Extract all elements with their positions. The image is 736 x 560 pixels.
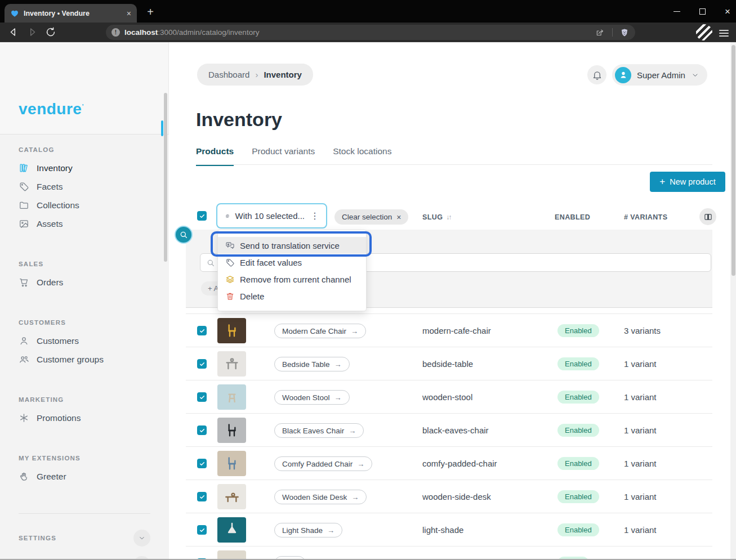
minimize-icon[interactable] [673, 11, 680, 12]
sidebar-item-customers[interactable]: Customers [0, 331, 169, 350]
status-badge: Enabled [557, 391, 599, 404]
tab-close-icon[interactable]: × [127, 10, 131, 17]
kebab-icon[interactable]: ⋮ [310, 214, 319, 218]
row-checkbox[interactable] [197, 425, 207, 435]
clear-selection-button[interactable]: Clear selection × [334, 209, 408, 225]
chevron-right-icon: › [255, 70, 258, 79]
variant-count: 1 variant [624, 492, 657, 501]
back-icon[interactable] [7, 26, 20, 38]
select-all-checkbox[interactable] [197, 211, 207, 221]
page-tabs: Products Product variants Stock location… [196, 146, 391, 166]
row-checkbox[interactable] [197, 392, 207, 402]
product-name-link-bedside-table[interactable]: Bedside Table → [274, 357, 350, 371]
bulk-actions-label: With 10 selected... [235, 211, 305, 221]
sidebar-section-label: MY EXTENSIONS [19, 455, 169, 462]
product-name-link-wooden-side-desk[interactable]: Wooden Side Desk → [274, 490, 367, 504]
browser-profile-avatar[interactable] [696, 24, 712, 41]
sidebar-item-orders[interactable]: Orders [0, 273, 169, 292]
sidebar-item-facets[interactable]: Facets [0, 177, 169, 196]
tab-stock-locations[interactable]: Stock locations [333, 146, 391, 166]
user-menu[interactable]: Super Admin [612, 64, 707, 86]
tab-products[interactable]: Products [196, 146, 234, 166]
product-name-link[interactable]: → [274, 556, 306, 560]
sidebar-item-collections[interactable]: Collections [0, 196, 169, 214]
sidebar-item-system[interactable]: SYSTEM [19, 555, 150, 560]
menu-item-edit-facet-values[interactable]: Edit facet values [218, 254, 366, 271]
forward-icon[interactable] [26, 26, 38, 38]
new-tab-button[interactable]: + [144, 5, 157, 19]
sidebar-section: SALES Orders [0, 261, 169, 292]
sidebar-item-assets[interactable]: Assets [0, 214, 169, 233]
table-row[interactable]: Wooden Stool → wooden-stool Enabled 1 va… [186, 380, 712, 413]
product-name-link-light-shade[interactable]: Light Shade → [274, 523, 342, 537]
row-checkbox[interactable] [197, 326, 207, 335]
table-row[interactable]: Light Shade → light-shade Enabled 1 vari… [186, 513, 712, 546]
brave-shields-icon[interactable] [619, 28, 630, 38]
url-bar[interactable]: ! localhost:3000/admin/catalog/inventory [106, 25, 635, 40]
page-title: Inventory [196, 109, 282, 131]
folder-icon [19, 200, 29, 210]
sidebar-section-label: CUSTOMERS [19, 319, 169, 326]
column-settings-button[interactable] [699, 208, 716, 225]
sidebar: vendure’ CATALOG Inventory Facets Collec… [0, 42, 169, 560]
sidebar-scrollbar[interactable] [164, 93, 167, 262]
table-row[interactable]: → [186, 546, 712, 560]
sidebar-divider [19, 513, 150, 514]
share-icon[interactable] [595, 28, 605, 38]
breadcrumb-dashboard[interactable]: Dashboard [208, 70, 249, 79]
arrow-right-icon: → [357, 460, 364, 468]
sidebar-section-label: SALES [19, 261, 169, 267]
row-checkbox[interactable] [197, 492, 207, 501]
trash-icon [225, 292, 235, 301]
new-product-button[interactable]: + New product [650, 172, 725, 192]
product-name-link-black-eaves-chair[interactable]: Black Eaves Chair → [274, 423, 364, 438]
arrow-right-icon: → [327, 526, 334, 535]
close-icon[interactable]: × [725, 7, 730, 16]
menu-item-send-to-translation-service[interactable]: Send to translation service [218, 237, 366, 254]
browser-tab[interactable]: Inventory • Vendure × [5, 4, 137, 23]
cart-icon [19, 277, 29, 288]
sidebar-item-inventory[interactable]: Inventory [0, 159, 169, 177]
window-controls: × [673, 0, 730, 23]
table-row[interactable]: Bedside Table → bedside-table Enabled 1 … [186, 347, 712, 380]
product-table: Modern Cafe Chair → modern-cafe-chair En… [186, 313, 712, 560]
sidebar-item-settings[interactable]: SETTINGS [19, 528, 150, 547]
reload-icon[interactable] [44, 26, 57, 38]
chevron-down-icon[interactable] [133, 530, 150, 546]
notifications-button[interactable] [587, 65, 606, 84]
maximize-icon[interactable] [699, 8, 706, 15]
menu-item-delete[interactable]: Delete [218, 288, 366, 304]
sidebar-item-promotions[interactable]: Promotions [0, 409, 169, 427]
status-badge: Enabled [557, 357, 599, 370]
chevron-down-icon [691, 71, 699, 79]
product-name-link-wooden-stool[interactable]: Wooden Stool → [274, 390, 350, 405]
page-scrollbar-thumb[interactable] [731, 45, 735, 276]
product-thumbnail [217, 351, 246, 377]
table-row[interactable]: Comfy Padded Chair → comfy-padded-chair … [186, 446, 712, 480]
bell-icon [592, 70, 603, 80]
chevron-down-icon[interactable] [133, 556, 150, 560]
product-name-link-comfy-padded-chair[interactable]: Comfy Padded Chair → [274, 456, 372, 471]
sparkle-icon [19, 413, 29, 423]
tag-icon [19, 181, 29, 192]
table-row[interactable]: Black Eaves Chair → black-eaves-chair En… [186, 413, 712, 446]
search-click-marker [175, 226, 193, 244]
row-checkbox[interactable] [197, 525, 207, 535]
tab-product-variants[interactable]: Product variants [252, 146, 315, 166]
browser-menu-icon[interactable] [719, 28, 729, 38]
product-name-link-modern-cafe-chair[interactable]: Modern Cafe Chair → [274, 324, 366, 338]
sidebar-item-customer-groups[interactable]: Customer groups [0, 350, 169, 369]
table-row[interactable]: Wooden Side Desk → wooden-side-desk Enab… [186, 480, 712, 513]
bulk-actions-button[interactable]: With 10 selected... ⋮ [216, 203, 327, 229]
sidebar-item-greeter[interactable]: Greeter [0, 467, 169, 486]
column-header-slug[interactable]: SLUG↓↑ [422, 213, 450, 221]
row-checkbox[interactable] [197, 459, 207, 468]
menu-item-remove-from-current-channel[interactable]: Remove from current channel [218, 271, 366, 288]
variant-count: 1 variant [624, 525, 657, 535]
tab-title: Inventory • Vendure [24, 10, 122, 17]
table-row[interactable]: Modern Cafe Chair → modern-cafe-chair En… [186, 313, 712, 347]
row-checkbox[interactable] [197, 359, 207, 369]
status-badge: Enabled [557, 490, 599, 503]
product-slug: wooden-side-desk [422, 492, 491, 501]
site-info-icon[interactable]: ! [111, 28, 120, 37]
